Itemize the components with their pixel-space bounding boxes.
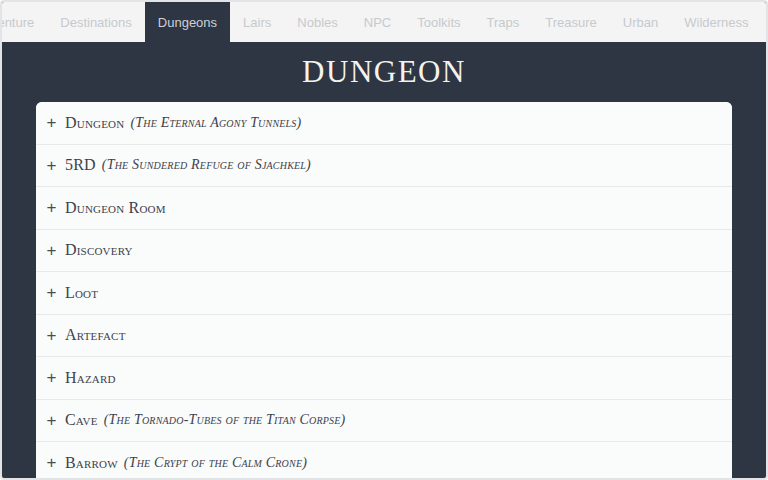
app-window: Adventure Destinations Dungeons Lairs No… — [0, 0, 768, 480]
page-title: DUNGEON — [302, 54, 466, 90]
accordion-item-label: 5RD — [65, 156, 96, 174]
accordion-item-label: Discovery — [65, 241, 133, 259]
plus-icon: + — [45, 157, 58, 174]
accordion-item-note: (The Sundered Refuge of Sjachkel) — [102, 157, 311, 173]
accordion-item-discovery[interactable]: + Discovery — [36, 230, 732, 273]
tab-destinations[interactable]: Destinations — [47, 2, 145, 42]
accordion-card: + Dungeon (The Eternal Agony Tunnels) + … — [36, 102, 732, 480]
tab-nobles[interactable]: Nobles — [284, 2, 350, 42]
accordion-item-note: (The Eternal Agony Tunnels) — [130, 115, 301, 131]
plus-icon: + — [45, 242, 58, 259]
accordion-item-label: Dungeon Room — [65, 199, 166, 217]
accordion-item-note: (The Tornado-Tubes of the Titan Corpse) — [104, 412, 346, 428]
accordion-item-loot[interactable]: + Loot — [36, 272, 732, 315]
plus-icon: + — [45, 412, 58, 429]
tab-traps[interactable]: Traps — [474, 2, 533, 42]
tab-treasure[interactable]: Treasure — [532, 2, 610, 42]
tab-wilderness[interactable]: Wilderness — [671, 2, 761, 42]
accordion-item-barrow[interactable]: + Barrow (The Crypt of the Calm Crone) — [36, 442, 732, 480]
accordion-item-label: Artefact — [65, 326, 126, 344]
accordion-item-label: Cave — [65, 411, 98, 429]
top-nav: Adventure Destinations Dungeons Lairs No… — [2, 2, 766, 42]
tab-toosarpin[interactable]: toosarpin — [762, 2, 766, 42]
plus-icon: + — [45, 369, 58, 386]
accordion-item-label: Hazard — [65, 369, 116, 387]
accordion-item-cave[interactable]: + Cave (The Tornado-Tubes of the Titan C… — [36, 400, 732, 443]
plus-icon: + — [45, 327, 58, 344]
accordion-item-dungeon-room[interactable]: + Dungeon Room — [36, 187, 732, 230]
page-header: DUNGEON — [2, 42, 766, 102]
accordion-item-artefact[interactable]: + Artefact — [36, 315, 732, 358]
tab-urban[interactable]: Urban — [610, 2, 671, 42]
plus-icon: + — [45, 199, 58, 216]
tab-lairs[interactable]: Lairs — [230, 2, 284, 42]
accordion-item-label: Dungeon — [65, 114, 124, 132]
plus-icon: + — [45, 454, 58, 471]
tab-npc[interactable]: NPC — [351, 2, 404, 42]
tab-dungeons[interactable]: Dungeons — [145, 2, 230, 42]
accordion-item-dungeon[interactable]: + Dungeon (The Eternal Agony Tunnels) — [36, 102, 732, 145]
accordion-item-label: Loot — [65, 284, 98, 302]
accordion-item-5rd[interactable]: + 5RD (The Sundered Refuge of Sjachkel) — [36, 145, 732, 188]
plus-icon: + — [45, 114, 58, 131]
accordion-item-note: (The Crypt of the Calm Crone) — [124, 455, 307, 471]
tab-adventure[interactable]: Adventure — [2, 2, 47, 42]
plus-icon: + — [45, 284, 58, 301]
accordion-item-hazard[interactable]: + Hazard — [36, 357, 732, 400]
tab-toolkits[interactable]: Toolkits — [404, 2, 473, 42]
accordion-item-label: Barrow — [65, 454, 118, 472]
